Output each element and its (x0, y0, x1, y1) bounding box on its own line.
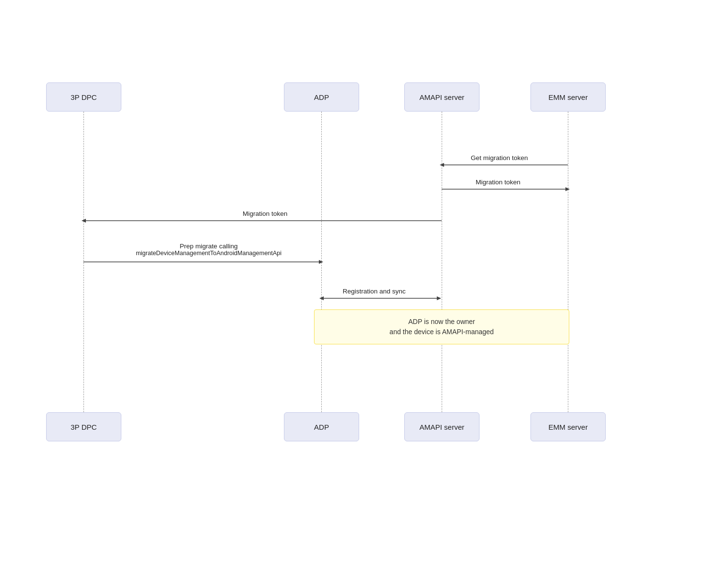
actor-emm-bottom: EMM server (530, 412, 606, 441)
label-registration-sync: Registration and sync (343, 288, 406, 295)
sequence-diagram: 3P DPC ADP AMAPI server EMM server (19, 82, 709, 485)
actor-adp-bottom: ADP (284, 412, 359, 441)
svg-marker-3 (565, 187, 570, 191)
svg-marker-1 (440, 163, 444, 167)
label-prep-migrate-line1: Prep migrate calling migrateDeviceManage… (116, 243, 301, 257)
label-get-migration-token: Get migration token (471, 154, 528, 162)
label-migration-token-amapi-emm: Migration token (476, 178, 520, 186)
svg-marker-10 (437, 296, 441, 300)
svg-marker-9 (319, 296, 324, 300)
highlight-adp-owner: ADP is now the owner and the device is A… (314, 309, 569, 344)
label-migration-token-main: Migration token (243, 210, 287, 217)
actor-amapi-bottom: AMAPI server (404, 412, 480, 441)
svg-marker-5 (82, 219, 86, 223)
actor-3p-dpc-bottom: 3P DPC (46, 412, 121, 441)
svg-marker-7 (319, 260, 323, 264)
